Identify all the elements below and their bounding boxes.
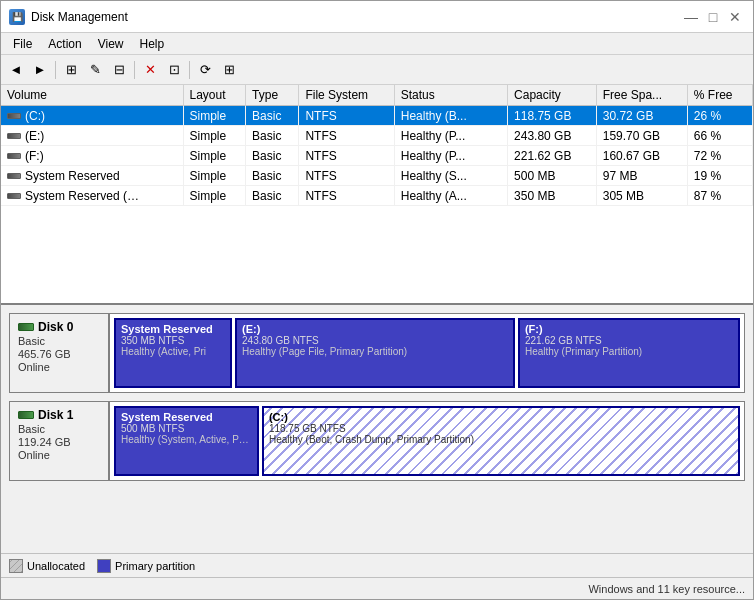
- cell-2: Basic: [246, 186, 299, 206]
- partition-0-0[interactable]: System Reserved 350 MB NTFS Healthy (Act…: [114, 318, 232, 388]
- cell-6: 30.72 GB: [596, 106, 687, 126]
- title-bar-left: 💾 Disk Management: [9, 9, 128, 25]
- disk-info-1: Disk 1 Basic 119.24 GB Online: [10, 402, 110, 480]
- menu-action[interactable]: Action: [40, 35, 89, 52]
- col-type[interactable]: Type: [246, 85, 299, 106]
- window-title: Disk Management: [31, 10, 128, 24]
- disk-type-1: Basic: [18, 423, 100, 435]
- cell-2: Basic: [246, 146, 299, 166]
- toolbar-sep-3: [189, 61, 190, 79]
- table-row[interactable]: (C:)SimpleBasicNTFSHealthy (B...118.75 G…: [1, 106, 753, 126]
- partition-name-0-2: (F:): [525, 323, 733, 335]
- cell-1: Simple: [183, 186, 246, 206]
- cell-4: Healthy (P...: [394, 126, 507, 146]
- partition-0-1[interactable]: (E:) 243.80 GB NTFS Healthy (Page File, …: [235, 318, 515, 388]
- cell-5: 500 MB: [508, 166, 597, 186]
- cell-3: NTFS: [299, 126, 394, 146]
- cell-4: Healthy (S...: [394, 166, 507, 186]
- cell-5: 118.75 GB: [508, 106, 597, 126]
- toolbar-sep-1: [55, 61, 56, 79]
- close-button[interactable]: ✕: [725, 7, 745, 27]
- cell-2: Basic: [246, 126, 299, 146]
- table-row[interactable]: System Reserved (…SimpleBasicNTFSHealthy…: [1, 186, 753, 206]
- toolbar-export[interactable]: ⊡: [163, 59, 185, 81]
- col-layout[interactable]: Layout: [183, 85, 246, 106]
- toolbar: ◄ ► ⊞ ✎ ⊟ ✕ ⊡ ⟳ ⊞: [1, 55, 753, 85]
- table-row[interactable]: System ReservedSimpleBasicNTFSHealthy (S…: [1, 166, 753, 186]
- partition-name-1-0: System Reserved: [121, 411, 252, 423]
- table-row[interactable]: (F:)SimpleBasicNTFSHealthy (P...221.62 G…: [1, 146, 753, 166]
- toolbar-camera[interactable]: ✕: [139, 59, 161, 81]
- window-controls: — □ ✕: [681, 7, 745, 27]
- table-row[interactable]: (E:)SimpleBasicNTFSHealthy (P...243.80 G…: [1, 126, 753, 146]
- cell-0: (C:): [1, 106, 183, 126]
- toolbar-settings[interactable]: ⊞: [218, 59, 240, 81]
- partition-name-0-0: System Reserved: [121, 323, 225, 335]
- toolbar-edit[interactable]: ✎: [84, 59, 106, 81]
- status-text: Windows and 11 key resource...: [588, 583, 745, 595]
- maximize-button[interactable]: □: [703, 7, 723, 27]
- volume-table-area: Volume Layout Type File System Status Ca…: [1, 85, 753, 305]
- disk-partitions-1: System Reserved 500 MB NTFS Healthy (Sys…: [110, 402, 744, 480]
- menu-view[interactable]: View: [90, 35, 132, 52]
- status-bar: Windows and 11 key resource...: [1, 577, 753, 599]
- legend-unalloc-label: Unallocated: [27, 560, 85, 572]
- partition-1-0[interactable]: System Reserved 500 MB NTFS Healthy (Sys…: [114, 406, 259, 476]
- table-header-row: Volume Layout Type File System Status Ca…: [1, 85, 753, 106]
- main-content: Volume Layout Type File System Status Ca…: [1, 85, 753, 577]
- col-freespace[interactable]: Free Spa...: [596, 85, 687, 106]
- cell-4: Healthy (A...: [394, 186, 507, 206]
- cell-5: 243.80 GB: [508, 126, 597, 146]
- partition-size-1-0: 500 MB NTFS: [121, 423, 252, 434]
- toolbar-back[interactable]: ◄: [5, 59, 27, 81]
- cell-5: 221.62 GB: [508, 146, 597, 166]
- legend-primary: Primary partition: [97, 559, 195, 573]
- legend-unalloc-box: [9, 559, 23, 573]
- cell-2: Basic: [246, 106, 299, 126]
- cell-1: Simple: [183, 166, 246, 186]
- cell-6: 97 MB: [596, 166, 687, 186]
- disk-icon: [7, 113, 21, 119]
- legend: Unallocated Primary partition: [1, 553, 753, 577]
- minimize-button[interactable]: —: [681, 7, 701, 27]
- title-bar: 💾 Disk Management — □ ✕: [1, 1, 753, 33]
- toolbar-remove[interactable]: ⊟: [108, 59, 130, 81]
- partition-size-0-2: 221.62 GB NTFS: [525, 335, 733, 346]
- col-pctfree[interactable]: % Free: [687, 85, 752, 106]
- toolbar-forward[interactable]: ►: [29, 59, 51, 81]
- menu-file[interactable]: File: [5, 35, 40, 52]
- legend-unallocated: Unallocated: [9, 559, 85, 573]
- cell-5: 350 MB: [508, 186, 597, 206]
- partition-status-1-0: Healthy (System, Active, Primary I: [121, 434, 252, 445]
- table-body: (C:)SimpleBasicNTFSHealthy (B...118.75 G…: [1, 106, 753, 206]
- cell-3: NTFS: [299, 146, 394, 166]
- cell-3: NTFS: [299, 166, 394, 186]
- cell-0: (E:): [1, 126, 183, 146]
- partition-status-0-1: Healthy (Page File, Primary Partition): [242, 346, 508, 357]
- partition-name-1-1: (C:): [269, 411, 733, 423]
- col-capacity[interactable]: Capacity: [508, 85, 597, 106]
- cell-2: Basic: [246, 166, 299, 186]
- legend-primary-box: [97, 559, 111, 573]
- cell-4: Healthy (B...: [394, 106, 507, 126]
- cell-7: 72 %: [687, 146, 752, 166]
- toolbar-properties[interactable]: ⊞: [60, 59, 82, 81]
- menu-bar: File Action View Help: [1, 33, 753, 55]
- disk-size-1: 119.24 GB: [18, 436, 100, 448]
- disk-type-0: Basic: [18, 335, 100, 347]
- disk-icon: [7, 153, 21, 159]
- disk-row-1: Disk 1 Basic 119.24 GB Online System Res…: [9, 401, 745, 481]
- disk-bar-icon-0: [18, 323, 34, 331]
- partition-1-1[interactable]: (C:) 118.75 GB NTFS Healthy (Boot, Crash…: [262, 406, 740, 476]
- col-filesystem[interactable]: File System: [299, 85, 394, 106]
- cell-0: System Reserved (…: [1, 186, 183, 206]
- cell-6: 305 MB: [596, 186, 687, 206]
- col-volume[interactable]: Volume: [1, 85, 183, 106]
- cell-7: 19 %: [687, 166, 752, 186]
- menu-help[interactable]: Help: [132, 35, 173, 52]
- toolbar-refresh[interactable]: ⟳: [194, 59, 216, 81]
- cell-7: 87 %: [687, 186, 752, 206]
- partition-0-2[interactable]: (F:) 221.62 GB NTFS Healthy (Primary Par…: [518, 318, 740, 388]
- disk-row-0: Disk 0 Basic 465.76 GB Online System Res…: [9, 313, 745, 393]
- col-status[interactable]: Status: [394, 85, 507, 106]
